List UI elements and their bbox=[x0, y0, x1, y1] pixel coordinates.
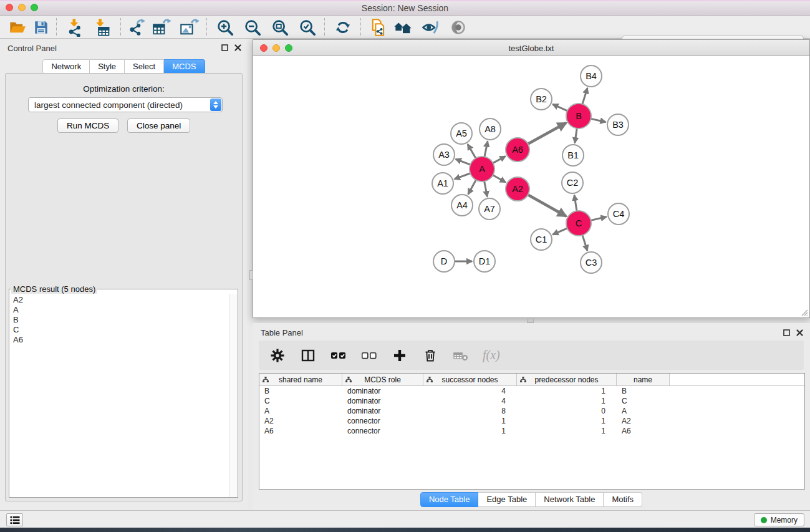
table-cell[interactable]: A6 bbox=[259, 426, 342, 436]
graph-edge-B-B3[interactable] bbox=[591, 118, 606, 122]
close-panel-button[interactable]: Close panel bbox=[127, 118, 190, 133]
network-graph-canvas[interactable]: B4B2BB3A5A8A6A3B1AA1C2A2A4A7C4CC1C3DD1 bbox=[253, 56, 809, 317]
graph-edge-A-A1[interactable] bbox=[455, 173, 471, 180]
graph-edge-A-A5[interactable] bbox=[468, 144, 476, 158]
tab-style[interactable]: Style bbox=[90, 59, 125, 74]
table-cell[interactable]: 4 bbox=[423, 396, 517, 406]
preview-eye-icon[interactable] bbox=[448, 17, 468, 37]
import-table-icon[interactable] bbox=[92, 17, 112, 37]
graph-edge-C-C3[interactable] bbox=[582, 235, 587, 251]
table-cell[interactable]: 1 bbox=[423, 416, 517, 426]
column-header-successor-nodes[interactable]: successor nodes bbox=[423, 374, 517, 385]
refresh-layout-icon[interactable] bbox=[333, 17, 353, 37]
zoom-fit-icon[interactable] bbox=[270, 17, 290, 37]
graph-edge-C-C1[interactable] bbox=[552, 228, 567, 235]
graph-edge-A-A7[interactable] bbox=[485, 181, 488, 197]
table-cell[interactable]: 1 bbox=[517, 386, 617, 396]
resize-grip-icon[interactable] bbox=[800, 308, 808, 316]
table-cell[interactable]: A2 bbox=[259, 416, 342, 426]
add-column-icon[interactable] bbox=[391, 347, 408, 364]
mcds-result-item[interactable]: A2 bbox=[10, 295, 229, 305]
table-cell[interactable]: C bbox=[617, 396, 670, 406]
table-cell[interactable]: C bbox=[259, 396, 342, 406]
table-cell[interactable]: A bbox=[259, 406, 342, 416]
splitter-handle[interactable] bbox=[249, 270, 253, 280]
table-cell[interactable]: 4 bbox=[423, 386, 517, 396]
graph-edge-A-A4[interactable] bbox=[468, 180, 476, 195]
tab-motifs[interactable]: Motifs bbox=[604, 492, 642, 507]
table-row[interactable]: Bdominator41B bbox=[259, 386, 804, 396]
float-table-panel-icon[interactable] bbox=[783, 329, 790, 336]
tab-mcds[interactable]: MCDS bbox=[164, 59, 205, 74]
graph-edge-B-B2[interactable] bbox=[552, 104, 567, 111]
table-cell[interactable]: 1 bbox=[423, 426, 517, 436]
graph-edge-C-C4[interactable] bbox=[590, 217, 606, 221]
memory-button[interactable]: Memory bbox=[754, 513, 804, 526]
table-cell[interactable]: 0 bbox=[517, 406, 617, 416]
graph-edge-C-C2[interactable] bbox=[574, 195, 577, 211]
mcds-result-item[interactable]: B bbox=[10, 315, 229, 325]
show-graphics-details-icon[interactable] bbox=[420, 17, 440, 37]
table-row[interactable]: Cdominator41C bbox=[259, 396, 804, 406]
table-cell[interactable]: B bbox=[259, 386, 342, 396]
table-row[interactable]: Adominator80A bbox=[259, 406, 804, 416]
delete-column-trash-icon[interactable] bbox=[422, 347, 439, 364]
horizontal-splitter-handle[interactable] bbox=[527, 319, 534, 323]
zoom-out-icon[interactable] bbox=[243, 17, 263, 37]
table-cell[interactable]: dominator bbox=[342, 396, 423, 406]
select-all-checkboxes-icon[interactable] bbox=[330, 347, 347, 364]
export-network-icon[interactable] bbox=[127, 17, 147, 37]
graph-edge-A-A6[interactable] bbox=[493, 157, 506, 163]
zoom-in-icon[interactable] bbox=[215, 17, 235, 37]
export-table-icon[interactable] bbox=[152, 17, 172, 37]
table-cell[interactable]: dominator bbox=[342, 406, 423, 416]
delete-table-icon[interactable] bbox=[452, 347, 470, 364]
settings-gear-icon[interactable] bbox=[269, 347, 286, 364]
table-cell[interactable]: A bbox=[617, 406, 670, 416]
graph-edge-A6-B[interactable] bbox=[528, 123, 566, 144]
graph-edge-A-A8[interactable] bbox=[485, 142, 488, 158]
mcds-result-item[interactable]: C bbox=[10, 325, 229, 335]
export-image-icon[interactable] bbox=[180, 17, 200, 37]
task-history-button[interactable] bbox=[6, 513, 23, 526]
table-cell[interactable]: connector bbox=[342, 426, 423, 436]
mcds-list-scrollbar[interactable] bbox=[229, 294, 238, 497]
table-cell[interactable]: connector bbox=[342, 416, 423, 426]
table-cell[interactable]: A6 bbox=[617, 426, 670, 436]
column-header-shared-name[interactable]: shared name bbox=[259, 374, 342, 385]
close-table-panel-icon[interactable] bbox=[796, 329, 803, 336]
table-row[interactable]: A2connector11A2 bbox=[259, 416, 804, 426]
column-layout-icon[interactable] bbox=[299, 347, 317, 364]
column-header-predecessor-nodes[interactable]: predecessor nodes bbox=[517, 374, 617, 385]
table-row[interactable]: A6connector11A6 bbox=[259, 426, 804, 436]
zoom-selected-icon[interactable] bbox=[297, 17, 317, 37]
open-session-icon[interactable] bbox=[7, 17, 27, 37]
tab-node-table[interactable]: Node Table bbox=[420, 492, 479, 507]
network-window-titlebar[interactable]: testGlobe.txt bbox=[253, 40, 809, 56]
run-mcds-button[interactable]: Run MCDS bbox=[57, 118, 118, 133]
tab-select[interactable]: Select bbox=[125, 59, 164, 74]
mcds-result-item[interactable]: A6 bbox=[10, 335, 229, 345]
table-cell[interactable]: dominator bbox=[342, 386, 423, 396]
import-network-icon[interactable] bbox=[65, 17, 85, 37]
table-cell[interactable]: 8 bbox=[423, 406, 517, 416]
table-cell[interactable]: 1 bbox=[517, 426, 617, 436]
mcds-result-item[interactable]: A bbox=[10, 305, 229, 315]
graph-edge-A-A3[interactable] bbox=[456, 159, 471, 165]
column-header-name[interactable]: name bbox=[617, 374, 670, 385]
close-panel-icon[interactable] bbox=[234, 44, 241, 51]
tab-edge-table[interactable]: Edge Table bbox=[478, 492, 536, 507]
copy-network-documents-icon[interactable] bbox=[369, 17, 388, 37]
graph-edge-B-B1[interactable] bbox=[575, 128, 577, 143]
graph-edge-A-A2[interactable] bbox=[493, 175, 506, 182]
column-header-MCDS-role[interactable]: MCDS role bbox=[342, 374, 423, 385]
deselect-all-checkboxes-icon[interactable] bbox=[360, 347, 378, 364]
table-cell[interactable]: B bbox=[617, 386, 670, 396]
table-cell[interactable]: A2 bbox=[617, 416, 670, 426]
tab-network[interactable]: Network bbox=[42, 59, 90, 74]
table-cell[interactable]: 1 bbox=[517, 396, 617, 406]
save-session-icon[interactable] bbox=[31, 17, 51, 37]
float-panel-icon[interactable] bbox=[221, 44, 228, 51]
tab-network-table[interactable]: Network Table bbox=[536, 492, 604, 507]
table-cell[interactable]: 1 bbox=[517, 416, 617, 426]
